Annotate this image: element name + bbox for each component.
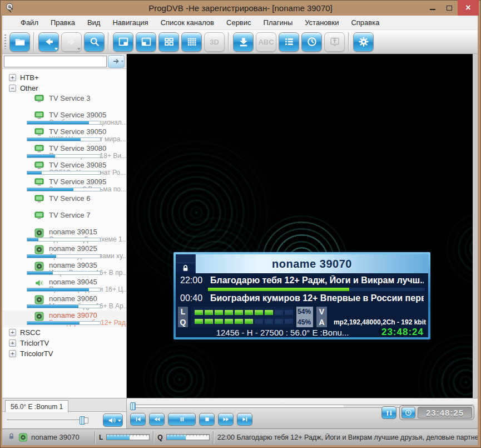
channel-progress-bar — [27, 137, 101, 141]
channel-row-noname-39045[interactable]: noname 39045Простые радости 16+ Ц... — [2, 277, 126, 294]
seek-thumb[interactable] — [130, 402, 136, 410]
menu-item-9[interactable]: Справка — [345, 16, 385, 29]
subtitles-glyph: ABC — [258, 38, 274, 46]
toolbar-button-forward[interactable] — [61, 32, 82, 52]
tree-group-НТВ+[interactable]: +НТВ+ — [2, 72, 126, 83]
mute-button[interactable] — [103, 413, 123, 427]
menu-item-3[interactable]: Вид — [81, 16, 107, 29]
channel-row-noname-39070[interactable]: noname 39070Благодарю тебя 12+ Рад... — [2, 311, 126, 327]
rewind-button[interactable] — [149, 413, 165, 426]
toolbar-button-3d-mode[interactable]: 3D — [204, 32, 225, 52]
search-input[interactable] — [4, 56, 107, 67]
expand-icon[interactable]: + — [9, 329, 16, 336]
toolbar-button-record[interactable] — [233, 32, 254, 52]
channel-row-TV-Service-39050[interactable]: TV Service 39050XXXV Чемпионат мира... — [2, 127, 126, 144]
expand-icon[interactable]: + — [9, 339, 16, 347]
channel-progress-fill — [27, 288, 89, 291]
channel-row-noname-39015[interactable]: noname 39015Сделано в Дагенхеме 1... — [2, 227, 126, 244]
menu-item-6[interactable]: Сервис — [220, 16, 257, 29]
collapse-icon[interactable]: − — [9, 85, 16, 92]
fast-forward-button[interactable] — [218, 413, 234, 426]
channel-updown-button[interactable] — [381, 406, 396, 419]
chevron-down-icon — [121, 61, 123, 62]
channel-row-TV-Service-6[interactable]: TV Service 6 — [2, 194, 126, 210]
minimize-button[interactable] — [424, 0, 441, 16]
channel-row-TV-Service-3[interactable]: TV Service 3 — [2, 93, 126, 110]
menu-item-4[interactable]: Навигация — [106, 16, 154, 29]
channel-progress-bar — [27, 121, 101, 125]
search-go-button[interactable] — [108, 55, 125, 68]
maximize-button[interactable] — [441, 0, 458, 16]
scrambled-channel-icon — [34, 228, 44, 237]
toolbar-button-epg-list[interactable] — [279, 32, 299, 52]
titlebar: ProgDVB -Не зарегистрирован- [noname 390… — [0, 0, 481, 16]
timeshift-button[interactable] — [401, 407, 415, 419]
osd-l-label: L — [178, 307, 188, 317]
channel-name: noname 39025 — [49, 244, 97, 253]
progdvb-window: ProgDVB -Не зарегистрирован- [noname 390… — [0, 0, 481, 448]
video-right-gutter — [473, 54, 478, 398]
tree-group-RSCC[interactable]: +RSCC — [2, 327, 126, 338]
scrambled-channel-icon — [34, 312, 44, 321]
skip-next-button[interactable] — [237, 413, 252, 426]
signal-block — [205, 310, 213, 315]
chevron-down-icon — [77, 48, 81, 50]
osd-transponder-info: 12456 - H - 27500 : 56.0° E :Bonu... — [216, 328, 349, 337]
osd-now-text: Благодарю тебя 12+ Радж, Йоги и Викрам л… — [210, 275, 424, 285]
toolbar-button-timeshift-clock[interactable] — [301, 32, 322, 52]
expand-icon[interactable]: + — [9, 74, 16, 81]
toolbar-button-search[interactable] — [84, 32, 105, 52]
skip-back-button[interactable] — [130, 413, 146, 426]
channel-progress-fill — [27, 121, 89, 124]
toolbar-button-compact-view[interactable] — [136, 32, 156, 52]
channel-row-TV-Service-39080[interactable]: TV Service 39080Пелена страсти 18+ Ви... — [2, 144, 126, 160]
toolbar-button-fullscreen[interactable] — [113, 32, 133, 52]
toolbar-button-back[interactable] — [38, 32, 59, 52]
statusbar-program-text: 22:00 Благодарю тебя 12+ Радж, Йоги и Ви… — [217, 434, 478, 441]
tree-group-TriclorTV[interactable]: +TriclorTV — [2, 338, 126, 348]
toolbar-button-mosaic-all[interactable] — [181, 32, 202, 52]
menu-item-5[interactable]: Список каналов — [155, 16, 220, 29]
channel-progress-bar — [27, 238, 101, 242]
channel-row-TV-Service-39085[interactable]: TV Service 39085СОГАЗ - Чемпионат Ро... — [2, 160, 126, 177]
expand-icon[interactable]: + — [9, 350, 16, 357]
statusbar-separator — [213, 431, 214, 444]
signal-block — [215, 310, 223, 315]
satellite-tab[interactable]: 56.0° E :Bonum 1 — [5, 400, 68, 412]
channel-name: noname 39045 — [49, 278, 97, 286]
menu-item-8[interactable]: Установки — [299, 16, 345, 29]
stop-icon — [203, 415, 211, 424]
osd-a-label: A — [316, 317, 327, 328]
stop-button[interactable] — [199, 413, 215, 426]
osd-q-percent: 45% — [296, 317, 313, 328]
channel-row-noname-39035[interactable]: noname 39035Игорь Виттель 16+ В пр... — [2, 260, 126, 277]
pause-button[interactable] — [168, 413, 196, 426]
toolbar-grip[interactable] — [4, 35, 6, 49]
channel-row-noname-39025[interactable]: noname 39025Архитектура глазами ху... — [2, 244, 126, 260]
scrambled-channel-icon — [34, 295, 44, 304]
menu-item-7[interactable]: Плагины — [257, 16, 299, 29]
channel-row-TV-Service-39095[interactable]: TV Service 39095Знаете что? Весьма по... — [2, 177, 126, 194]
channel-progress-fill — [27, 255, 56, 258]
osd-overlay: noname 39070 22:00 Благодарю тебя 12+ Ра… — [173, 252, 430, 339]
channel-name: TV Service 7 — [49, 211, 90, 219]
toolbar-button-mosaic-4[interactable] — [158, 32, 179, 52]
toolbar-button-subtitles[interactable]: ABC — [256, 32, 276, 52]
menu-item-1[interactable]: Файл — [14, 16, 44, 29]
signal-block — [215, 319, 223, 324]
channel-row-noname-39060[interactable]: noname 39060Мятежный дух 16+ В Ар... — [2, 294, 126, 311]
toolbar-button-settings[interactable] — [353, 32, 374, 52]
close-button[interactable]: × — [458, 0, 479, 16]
channel-row-TV-Service-7[interactable]: TV Service 7 — [2, 210, 126, 227]
volume-slider[interactable] — [6, 416, 98, 425]
menu-item-2[interactable]: Правка — [44, 16, 81, 29]
tree-group-TricolorTV[interactable]: +TricolorTV — [2, 348, 126, 359]
toolbar-button-teletext[interactable]: T — [324, 32, 345, 52]
toolbar-button-channel-list-toggle[interactable] — [9, 32, 30, 52]
record-icon — [237, 36, 250, 48]
channel-progress-fill — [27, 238, 38, 241]
channel-row-TV-Service-39005[interactable]: TV Service 39005Особенности национал... — [2, 110, 126, 127]
tree-group-Other[interactable]: −Other — [2, 83, 126, 93]
video-surface[interactable]: noname 39070 22:00 Благодарю тебя 12+ Ра… — [127, 54, 473, 398]
signal-block — [265, 310, 273, 315]
